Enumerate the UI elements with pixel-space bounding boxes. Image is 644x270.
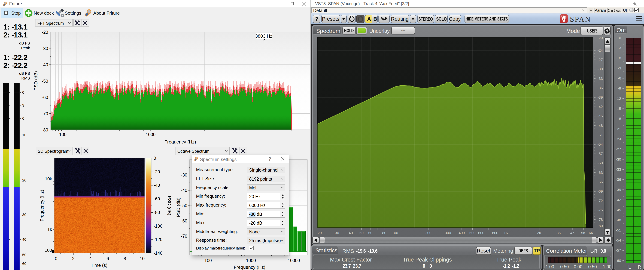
svg-text:-33: -33: [598, 76, 603, 81]
svg-text:100: 100: [59, 132, 66, 137]
svg-text:1000: 1000: [146, 132, 156, 137]
svg-text:-42: -42: [616, 198, 621, 202]
svg-text:-63: -63: [598, 171, 603, 175]
svg-text:-78: -78: [598, 217, 603, 222]
svg-text:-51: -51: [616, 228, 621, 232]
svg-text:3K: 3K: [556, 231, 561, 235]
svg-text:500: 500: [469, 231, 476, 235]
svg-text:-48: -48: [598, 123, 603, 127]
svg-text:-12: -12: [616, 96, 621, 100]
svg-text:60: 60: [368, 231, 372, 235]
svg-text:-39: -39: [598, 95, 603, 99]
svg-text:4K: 4K: [570, 231, 575, 235]
svg-text:-50: -50: [181, 203, 187, 208]
svg-text:-6: -6: [618, 76, 621, 80]
svg-text:-21: -21: [616, 127, 621, 131]
svg-text:-30: -30: [598, 67, 603, 71]
svg-text:6: 6: [619, 36, 621, 40]
svg-text:Frequency (Hz): Frequency (Hz): [234, 264, 265, 270]
svg-text:-69: -69: [598, 189, 603, 193]
svg-text:-50: -50: [42, 79, 48, 84]
svg-text:600: 600: [478, 231, 484, 235]
svg-text:1000: 1000: [246, 258, 256, 263]
svg-text:8: 8: [124, 256, 126, 261]
svg-text:50: 50: [22, 253, 26, 257]
svg-text:-3: -3: [618, 66, 621, 70]
svg-text:-30: -30: [42, 46, 48, 51]
svg-text:10: 10: [22, 133, 26, 137]
svg-text:-60: -60: [616, 258, 621, 262]
svg-text:-36: -36: [616, 177, 621, 182]
svg-text:40: 40: [349, 231, 353, 235]
svg-text:-80: -80: [42, 127, 48, 132]
svg-text:-40: -40: [42, 62, 48, 67]
svg-text:60: 60: [22, 261, 26, 265]
svg-text:6K: 6K: [589, 231, 593, 235]
svg-text:-48: -48: [616, 218, 621, 222]
svg-text:2K: 2K: [537, 231, 542, 235]
svg-text:5K: 5K: [581, 231, 586, 235]
svg-text:-80: -80: [598, 224, 603, 228]
svg-text:PSD (dB): PSD (dB): [34, 71, 38, 91]
svg-text:30: 30: [22, 213, 26, 217]
svg-text:-140: -140: [154, 250, 162, 255]
svg-text:-80: -80: [154, 210, 160, 215]
svg-text:-72: -72: [598, 199, 603, 203]
svg-text:100: 100: [204, 258, 212, 263]
svg-text:-30: -30: [181, 173, 187, 177]
svg-text:-40: -40: [181, 188, 187, 193]
svg-text:-15: -15: [616, 106, 621, 111]
svg-text:30: 30: [335, 231, 339, 235]
svg-text:80: 80: [382, 231, 386, 235]
svg-text:-45: -45: [598, 114, 603, 118]
svg-text:-100: -100: [154, 223, 162, 228]
svg-text:-54: -54: [616, 238, 621, 242]
svg-text:-57: -57: [616, 248, 621, 252]
svg-text:PSD (dB): PSD (dB): [167, 196, 172, 215]
svg-text:20: 20: [22, 178, 26, 182]
svg-text:0: 0: [619, 56, 621, 60]
svg-text:-24: -24: [616, 137, 621, 141]
svg-text:40: 40: [22, 237, 26, 241]
svg-text:0: 0: [154, 156, 156, 161]
svg-text:-27: -27: [598, 58, 603, 62]
svg-text:Time (s): Time (s): [91, 262, 108, 268]
svg-text:-51: -51: [598, 133, 603, 137]
svg-text:-120: -120: [154, 237, 162, 242]
svg-text:800: 800: [492, 231, 498, 235]
svg-text:Frequency (Hz): Frequency (Hz): [164, 139, 196, 145]
svg-text:1k: 1k: [48, 227, 52, 232]
svg-text:-30: -30: [616, 157, 621, 161]
svg-text:0: 0: [55, 256, 57, 261]
svg-text:2: 2: [72, 256, 74, 261]
svg-text:-18: -18: [616, 117, 621, 121]
svg-text:0: 0: [22, 90, 24, 94]
svg-text:-20: -20: [42, 30, 48, 35]
svg-text:-70: -70: [181, 234, 187, 238]
svg-text:3: 3: [22, 103, 24, 107]
svg-text:100: 100: [44, 248, 52, 253]
svg-text:-60: -60: [181, 218, 187, 223]
svg-text:50: 50: [360, 231, 364, 235]
svg-text:-20: -20: [598, 36, 603, 40]
svg-text:100: 100: [392, 231, 398, 235]
svg-text:-66: -66: [598, 180, 603, 184]
svg-text:4: 4: [89, 256, 92, 261]
svg-text:-57: -57: [598, 152, 603, 156]
svg-text:Frequency (Hz): Frequency (Hz): [39, 190, 44, 221]
svg-text:-60: -60: [154, 196, 160, 201]
svg-text:300: 300: [445, 231, 451, 235]
svg-text:-60: -60: [42, 95, 48, 100]
svg-text:3: 3: [619, 46, 621, 50]
svg-text:10k: 10k: [45, 176, 52, 181]
svg-text:-70: -70: [42, 111, 48, 116]
svg-text:-75: -75: [598, 208, 603, 212]
svg-text:-42: -42: [598, 105, 603, 109]
svg-text:-39: -39: [616, 188, 621, 192]
svg-text:10000: 10000: [288, 258, 300, 263]
svg-text:3803 Hz: 3803 Hz: [255, 33, 272, 39]
svg-text:200: 200: [425, 231, 431, 235]
svg-text:-40: -40: [154, 183, 160, 188]
svg-text:PSD (dB): PSD (dB): [176, 198, 181, 217]
svg-text:1K: 1K: [504, 231, 508, 235]
